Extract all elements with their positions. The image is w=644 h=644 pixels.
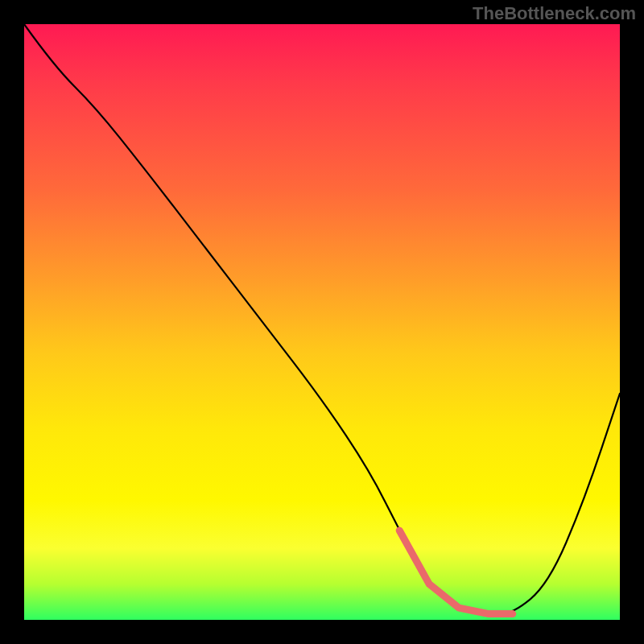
bottleneck-curve	[24, 24, 620, 614]
plot-area	[24, 24, 620, 620]
chart-svg	[24, 24, 620, 620]
chart-container: TheBottleneck.com	[0, 0, 644, 644]
watermark-text: TheBottleneck.com	[473, 3, 636, 24]
optimal-range-segment	[399, 530, 513, 614]
